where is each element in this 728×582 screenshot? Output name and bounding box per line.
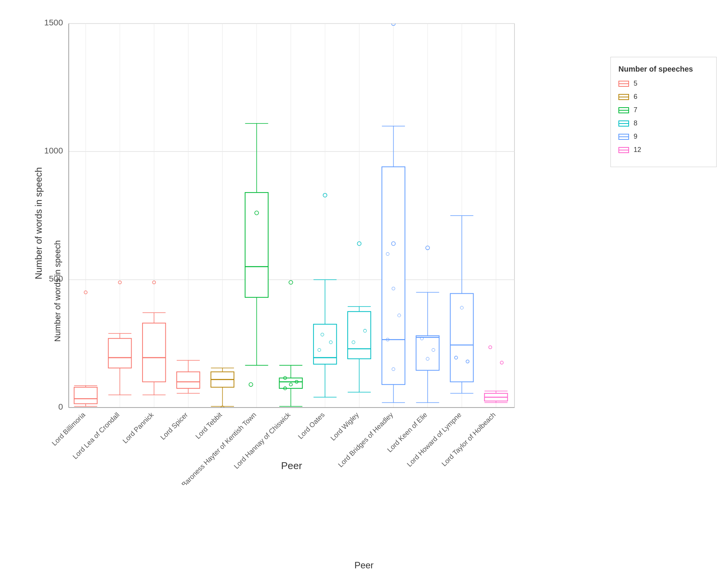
svg-text:Lord Bridges of Headley: Lord Bridges of Headley [336, 410, 395, 469]
svg-text:Lord Tebbit: Lord Tebbit [194, 411, 223, 440]
chart-container: Number of words in speech Peer 0 500 100… [0, 0, 728, 582]
svg-rect-81 [314, 324, 337, 364]
legend-label-6: 6 [634, 93, 637, 101]
svg-text:500: 500 [49, 274, 63, 283]
svg-text:Lord Spicer: Lord Spicer [159, 411, 190, 441]
svg-text:1000: 1000 [44, 146, 63, 155]
legend-item-8: 8 [618, 119, 709, 127]
legend-title: Number of speeches [618, 65, 709, 74]
svg-rect-42 [143, 323, 166, 382]
legend-item-9: 9 [618, 133, 709, 141]
svg-text:Peer: Peer [281, 460, 302, 471]
svg-text:0: 0 [58, 402, 63, 411]
x-axis-label: Peer [355, 560, 374, 571]
svg-text:1500: 1500 [44, 18, 63, 27]
svg-rect-100 [382, 167, 405, 385]
legend-box-9 [618, 134, 629, 140]
legend-label-5: 5 [634, 80, 637, 88]
svg-text:Lord Oates: Lord Oates [296, 411, 326, 441]
legend-label-7: 7 [634, 106, 637, 114]
legend-label-8: 8 [634, 119, 637, 127]
svg-rect-49 [177, 372, 200, 388]
svg-rect-62 [245, 192, 268, 297]
legend-item-12: 12 [618, 146, 709, 154]
legend-label-9: 9 [634, 133, 637, 141]
legend: Number of speeches 5 6 7 8 9 12 [610, 57, 717, 167]
svg-rect-27 [74, 387, 97, 404]
svg-text:Lord Wigley: Lord Wigley [329, 410, 361, 442]
svg-rect-91 [348, 311, 371, 359]
legend-box-7 [618, 107, 629, 113]
svg-text:Baroness Hayter of Kentish Tow: Baroness Hayter of Kentish Town [180, 411, 257, 485]
legend-box-8 [618, 120, 629, 127]
chart-svg: 0 500 1000 1500 [30, 8, 607, 485]
svg-rect-1 [69, 23, 514, 407]
svg-rect-123 [450, 294, 474, 382]
legend-item-7: 7 [618, 106, 709, 114]
svg-text:Number of words in speech: Number of words in speech [33, 167, 44, 279]
legend-label-12: 12 [634, 146, 641, 154]
svg-rect-34 [108, 338, 132, 368]
legend-box-6 [618, 94, 629, 100]
svg-text:Lord Billimoria: Lord Billimoria [50, 410, 87, 447]
legend-box-5 [618, 81, 629, 87]
legend-item-5: 5 [618, 80, 709, 88]
legend-box-12 [618, 147, 629, 153]
svg-rect-113 [416, 336, 439, 370]
legend-item-6: 6 [618, 93, 709, 101]
svg-text:Lord Pannick: Lord Pannick [121, 410, 155, 445]
